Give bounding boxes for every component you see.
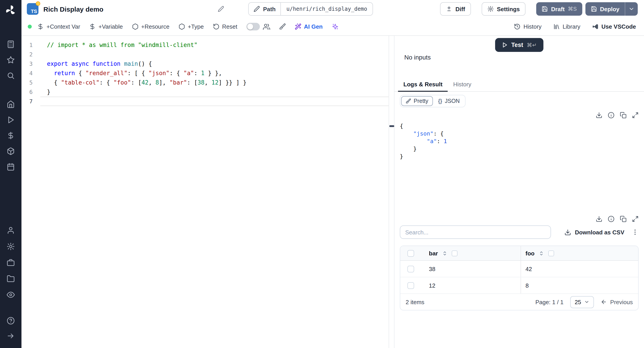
reset-button[interactable]: Reset (213, 23, 237, 30)
sidebar-item-collapse[interactable] (7, 332, 15, 340)
code-line[interactable]: 1// import * as wmill from "windmill-cli… (22, 40, 389, 50)
sidebar-item-schedules[interactable] (7, 163, 15, 171)
deploy-label: Deploy (600, 6, 620, 12)
history-label: History (524, 23, 542, 30)
deploy-split-button: Deploy (585, 2, 638, 16)
typescript-badge-label: TS (31, 8, 37, 14)
panel-resizer[interactable] (389, 36, 394, 348)
code-line[interactable]: 3export async function main() { (22, 59, 389, 68)
column-header-bar[interactable]: bar (421, 246, 520, 260)
test-button[interactable]: Test ⌘↵ (495, 38, 544, 52)
edit-summary-button[interactable] (218, 6, 224, 12)
code-line[interactable]: 4 return { "render_all": [ { "json": { "… (22, 68, 389, 78)
settings-button[interactable]: Settings (482, 2, 526, 16)
edit-path-button[interactable]: Path (249, 3, 281, 15)
deploy-dropdown-button[interactable] (625, 2, 638, 16)
table-footer: 2 items Page: 1 / 1 25 Previous (400, 294, 638, 310)
draft-button[interactable]: Draft ⌘S (536, 2, 582, 16)
sidebar-item-resources[interactable] (7, 147, 15, 155)
code-line[interactable]: 7 (22, 96, 389, 106)
windmill-logo[interactable] (5, 4, 16, 16)
vscode-icon (592, 23, 598, 30)
package-icon (132, 23, 138, 30)
home-icon (7, 100, 15, 108)
column-header-foo[interactable]: foo (520, 246, 638, 260)
sidebar-item-workers[interactable] (7, 258, 15, 266)
use-vscode-button[interactable]: Use VSCode (592, 23, 636, 30)
sidebar-item-folders[interactable] (7, 275, 15, 283)
sidebar-item-favorites[interactable] (7, 56, 15, 64)
result-view-toggle: Pretty {} JSON (400, 95, 466, 107)
pencil-icon (218, 6, 224, 12)
add-type-button[interactable]: +Type (178, 23, 204, 30)
save-icon (590, 6, 597, 12)
code-line[interactable]: 6} (22, 87, 389, 96)
table-menu-button[interactable] (632, 228, 639, 236)
sidebar-item-home[interactable] (7, 100, 15, 108)
download-table-button[interactable] (596, 216, 602, 222)
table-info-button[interactable] (608, 216, 614, 222)
column-filter-checkbox[interactable] (452, 250, 458, 256)
gear-icon (488, 6, 494, 12)
expand-result-button[interactable] (632, 112, 639, 118)
diff-button[interactable]: Diff (440, 2, 471, 16)
sparkles-icon (332, 23, 338, 30)
page-title: Rich Display demo (44, 5, 103, 13)
reset-label: Reset (222, 23, 237, 30)
column-filter-checkbox[interactable] (548, 250, 554, 256)
ai-assistant-button[interactable] (332, 23, 338, 30)
sidebar-item-help[interactable] (7, 317, 15, 325)
play-icon (502, 42, 508, 48)
copy-table-button[interactable] (620, 216, 626, 222)
history-button[interactable]: History (514, 23, 542, 30)
code-line[interactable]: 2 (22, 50, 389, 59)
code-line[interactable]: 5 { "table-col": { "foo": [42, 8], "bar"… (22, 78, 389, 87)
copy-result-button[interactable] (620, 112, 626, 118)
collab-toggle[interactable] (246, 23, 260, 30)
download-csv-button[interactable]: Download as CSV (564, 229, 624, 236)
expand-table-button[interactable] (632, 216, 639, 222)
sidebar-item-search[interactable] (7, 72, 15, 80)
tab-logs-result[interactable]: Logs & Result (398, 78, 448, 92)
row-checkbox[interactable] (407, 266, 414, 272)
add-variable-button[interactable]: +Variable (89, 23, 123, 30)
download-result-button[interactable] (596, 112, 602, 118)
select-all-checkbox[interactable] (407, 250, 414, 256)
add-resource-button[interactable]: +Resource (132, 23, 169, 30)
dollar-icon (37, 23, 44, 30)
table-search-input[interactable] (400, 226, 551, 239)
previous-page-button[interactable]: Previous (601, 298, 633, 305)
path-label: Path (263, 6, 276, 12)
table-row: 3842 (400, 261, 638, 277)
row-checkbox[interactable] (407, 282, 414, 289)
page-size-value: 25 (575, 298, 581, 305)
sidebar-item-settings[interactable] (7, 242, 15, 250)
code-editor[interactable]: 1// import * as wmill from "windmill-cli… (22, 36, 389, 348)
result-body: Pretty {} JSON { "json": { (394, 92, 644, 348)
json-toggle[interactable]: {} JSON (434, 96, 464, 106)
add-context-var-button[interactable]: +Context Var (37, 23, 80, 30)
format-button[interactable] (279, 23, 286, 30)
library-button[interactable]: Library (553, 23, 580, 30)
tab-history[interactable]: History (448, 78, 477, 92)
result-actions (400, 112, 639, 118)
pretty-toggle[interactable]: Pretty (401, 96, 433, 106)
sidebar-item-audit[interactable] (7, 291, 15, 299)
wand-icon (294, 23, 301, 30)
download-icon (596, 112, 602, 118)
package-icon (7, 147, 15, 155)
result-info-button[interactable] (608, 112, 614, 118)
sidebar-item-runs[interactable] (7, 116, 15, 124)
table-row: 128 (400, 277, 638, 294)
deploy-button[interactable]: Deploy (585, 2, 625, 16)
page-size-select[interactable]: 25 (570, 296, 594, 308)
result-table: bar foo 3842128 2 i (400, 246, 639, 310)
ai-gen-button[interactable]: AI Gen (294, 23, 323, 30)
sidebar-item-variables[interactable] (7, 132, 15, 140)
chevron-down-icon (628, 6, 634, 12)
sidebar-item-apps[interactable] (7, 40, 15, 48)
brush-icon (279, 23, 286, 30)
sidebar-item-user[interactable] (7, 226, 15, 234)
path-value[interactable]: u/henri/rich_display_demo (281, 3, 372, 15)
typescript-badge: TS (27, 3, 38, 15)
